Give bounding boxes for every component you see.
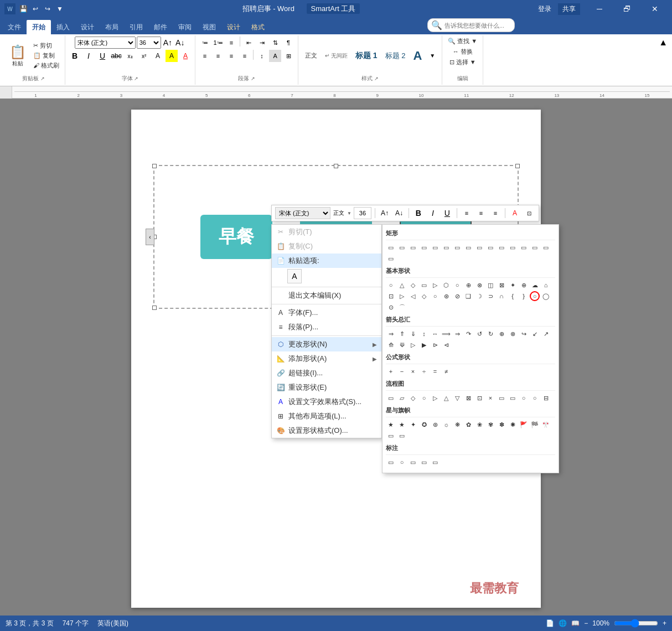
arrow-16[interactable]: ⟰ <box>386 340 396 350</box>
shading-btn[interactable]: A <box>269 50 281 62</box>
star-6[interactable]: ☼ <box>441 420 451 430</box>
arrow-15[interactable]: ↗ <box>541 329 551 339</box>
numbering-btn[interactable]: 1≔ <box>212 37 224 49</box>
font-grow-btn[interactable]: A↑ <box>162 38 173 47</box>
formula-3[interactable]: × <box>408 366 418 376</box>
shape-basic-21[interactable]: ⊛ <box>441 291 451 301</box>
arrow-18[interactable]: ▷ <box>408 340 418 350</box>
language[interactable]: 英语(美国) <box>97 619 128 628</box>
handle-tl[interactable] <box>152 164 157 168</box>
flag-5[interactable]: ▭ <box>397 431 407 441</box>
star-9[interactable]: ❀ <box>474 420 484 430</box>
ribbon-collapse-btn[interactable]: ▲ <box>657 35 670 85</box>
shape-basic-24[interactable]: ☽ <box>474 291 484 301</box>
shape-basic-6[interactable]: ⬡ <box>441 280 451 290</box>
font-name-select[interactable]: 宋体 (正文) <box>75 37 136 49</box>
tab-home[interactable]: 开始 <box>27 20 51 34</box>
shape-basic-9[interactable]: ⊗ <box>474 280 484 290</box>
shape-basic-1[interactable]: ○ <box>386 280 396 290</box>
arrow-10[interactable]: ↻ <box>485 329 495 339</box>
zoom-slider[interactable] <box>614 619 658 628</box>
customize-btn[interactable]: ▼ <box>55 4 64 13</box>
flow-3[interactable]: ◇ <box>408 393 418 403</box>
tab-review[interactable]: 审阅 <box>173 20 197 34</box>
float-align-center[interactable]: ≡ <box>475 207 487 219</box>
tab-file[interactable]: 文件 <box>2 20 27 34</box>
style-normal[interactable]: 正文 <box>302 50 320 61</box>
shape-basic-14[interactable]: ☁ <box>530 280 540 290</box>
shape-rect-2[interactable]: ▭ <box>397 242 407 252</box>
shape-basic-22[interactable]: ⊘ <box>452 291 462 301</box>
flow-1[interactable]: ▭ <box>386 393 396 403</box>
align-right-btn[interactable]: ≡ <box>225 50 237 62</box>
float-fontcolor-btn[interactable]: A <box>509 207 521 219</box>
shape-basic-31[interactable]: ⌒ <box>397 302 407 312</box>
shape-basic-13[interactable]: ⊕ <box>519 280 529 290</box>
superscript-btn[interactable]: x² <box>138 50 150 62</box>
shape-basic-8[interactable]: ⊕ <box>463 280 473 290</box>
float-fontgrow-btn[interactable]: A↑ <box>379 207 391 219</box>
zoom-out[interactable]: − <box>584 619 588 627</box>
shape-rect-1[interactable]: ▭ <box>386 242 396 252</box>
arrow-9[interactable]: ↺ <box>474 329 484 339</box>
star-8[interactable]: ✿ <box>463 420 473 430</box>
cm-text-effect[interactable]: A 设置文字效果格式(S)... <box>272 395 381 409</box>
shape-basic-30[interactable]: ⊙ <box>386 302 396 312</box>
callout-1[interactable]: ▭ <box>386 457 396 467</box>
sort-btn[interactable]: ⇅ <box>269 37 281 49</box>
flow-9[interactable]: ⊡ <box>474 393 484 403</box>
shape-basic-29[interactable]: ◯ <box>541 291 551 301</box>
tab-references[interactable]: 引用 <box>124 20 148 34</box>
formula-4[interactable]: ÷ <box>419 366 429 376</box>
flow-13[interactable]: ○ <box>519 393 529 403</box>
shape-rect-3[interactable]: ▭ <box>408 242 418 252</box>
tab-mailings[interactable]: 邮件 <box>148 20 173 34</box>
style-heading1[interactable]: 标题 1 <box>353 50 380 62</box>
shape-rect-13[interactable]: ▭ <box>519 242 529 252</box>
close-btn[interactable]: ✕ <box>642 0 668 18</box>
flag-4[interactable]: ▭ <box>386 431 396 441</box>
formula-1[interactable]: + <box>386 366 396 376</box>
formula-2[interactable]: − <box>397 366 407 376</box>
cm-exit-edit[interactable]: 退出文本编辑(X) <box>272 288 381 303</box>
style-heading2[interactable]: 标题 2 <box>382 50 409 62</box>
arrow-1[interactable]: ⇒ <box>386 329 396 339</box>
cm-layout-options[interactable]: ⊞ 其他布局选项(L)... <box>272 409 381 423</box>
login-btn[interactable]: 登录 <box>538 4 551 14</box>
flow-11[interactable]: ▭ <box>497 393 506 403</box>
cm-font[interactable]: A 字体(F)... <box>272 306 381 320</box>
cm-reset-shape[interactable]: 🔄 重设形状(E) <box>272 380 381 395</box>
formula-5[interactable]: = <box>430 366 440 376</box>
tab-design[interactable]: 设计 <box>75 20 100 34</box>
arrow-17[interactable]: ⟱ <box>397 340 407 350</box>
font-shrink-btn[interactable]: A↓ <box>174 38 185 47</box>
shape-rect-8[interactable]: ▭ <box>463 242 473 252</box>
star-4[interactable]: ✪ <box>419 420 429 430</box>
share-btn[interactable]: 共享 <box>558 3 580 15</box>
callout-3[interactable]: ▭ <box>408 457 418 467</box>
shape-basic-5[interactable]: ▷ <box>430 280 440 290</box>
float-font-select[interactable]: 宋体 (正文) <box>275 207 330 219</box>
shape-basic-25[interactable]: ⊃ <box>485 291 495 301</box>
cm-shape-format[interactable]: 🎨 设置形状格式(O)... <box>272 423 381 438</box>
shape-basic-7[interactable]: ○ <box>452 280 462 290</box>
shape-basic-23[interactable]: ❑ <box>463 291 473 301</box>
save-btn[interactable]: 💾 <box>19 4 28 13</box>
find-btn[interactable]: 🔍 查找 ▼ <box>446 37 479 46</box>
borders-btn[interactable]: ⊞ <box>282 50 294 62</box>
shape-rect-5[interactable]: ▭ <box>430 242 440 252</box>
align-center-btn[interactable]: ≡ <box>212 50 224 62</box>
shape-rect-15[interactable]: ▭ <box>541 242 551 252</box>
shape-rect-4[interactable]: ▭ <box>419 242 429 252</box>
flow-15[interactable]: ⊟ <box>541 393 551 403</box>
callout-4[interactable]: ▭ <box>419 457 429 467</box>
arrow-12[interactable]: ⊗ <box>508 329 518 339</box>
shape-basic-3[interactable]: ◇ <box>408 280 418 290</box>
line-spacing-btn[interactable]: ↕ <box>256 50 268 62</box>
flow-2[interactable]: ▱ <box>397 393 407 403</box>
cm-hyperlink[interactable]: 🔗 超链接(I)... <box>272 366 381 380</box>
justify-btn[interactable]: ≡ <box>239 50 251 62</box>
shape-basic-26[interactable]: ∩ <box>497 291 506 301</box>
decrease-indent-btn[interactable]: ⇤ <box>242 37 255 49</box>
shape-basic-16[interactable]: ⊡ <box>386 291 396 301</box>
